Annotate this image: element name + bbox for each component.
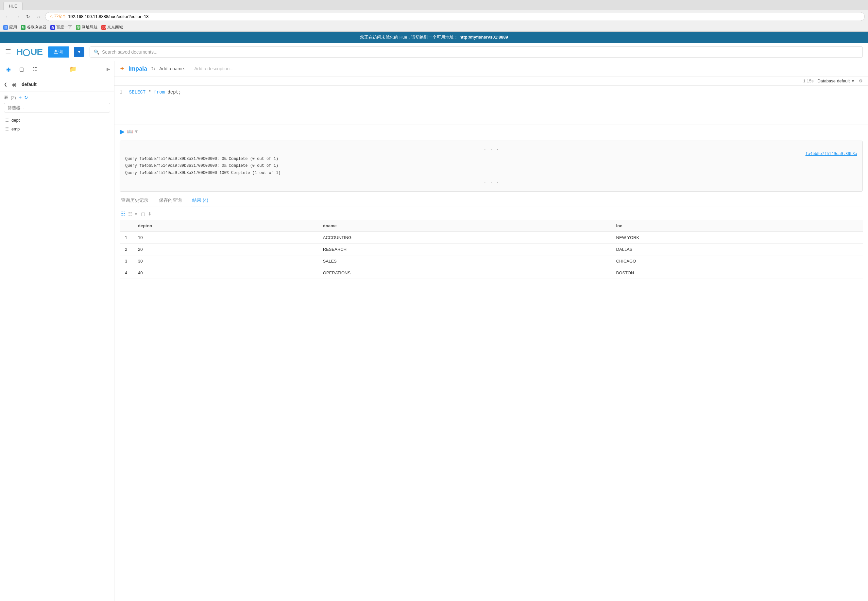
- row-1-loc: NEW YORK: [611, 232, 863, 244]
- editor-engine-title: Impala: [128, 66, 147, 72]
- row-2-deptno: 20: [133, 244, 318, 255]
- address-bar[interactable]: △ 不安全 192.168.100.11:8888/hue/editor?edi…: [45, 12, 865, 21]
- tables-count: (2): [11, 95, 16, 100]
- log-line-1: Query fa4bb5e7f5149ca9:89b3a31700000000:…: [125, 156, 857, 163]
- search-bar[interactable]: 🔍 Search saved documents...: [90, 46, 863, 58]
- sidebar-icon-bar: ◉ ▢ ☷ 📁 ▶: [0, 61, 114, 77]
- add-description-field[interactable]: Add a description...: [194, 66, 233, 71]
- query-log: · · · Query fa4bb5e7f5149ca9:89b3a317000…: [120, 140, 863, 192]
- sidebar-database-icon[interactable]: ◉: [4, 64, 13, 73]
- bookmark-baidu[interactable]: 百 百度一下: [50, 24, 72, 30]
- table-row: 4 40 OPERATIONS BOSTON: [120, 267, 863, 279]
- database-selector-chevron-icon: ▼: [851, 79, 855, 83]
- refresh-tables-button[interactable]: ↻: [24, 95, 28, 100]
- table-item-emp[interactable]: ☷ emp: [4, 125, 110, 133]
- notification-bar: 您正在访问未优化的 Hue，请切换到一个可用地址： http://flyfish…: [0, 32, 868, 43]
- column-header-dname: dname: [318, 220, 611, 232]
- tab-query-history[interactable]: 查询历史记录: [120, 194, 150, 207]
- query-timing: 1.15s: [803, 78, 814, 83]
- bookmark-jd[interactable]: JD 京东商城: [101, 24, 123, 30]
- results-table-header-row: deptno dname loc: [120, 220, 863, 232]
- logo: H UE: [16, 47, 43, 57]
- security-warning-icon: △ 不安全: [49, 14, 66, 19]
- row-1-deptno: 10: [133, 232, 318, 244]
- log-dots-bottom: · · ·: [125, 178, 857, 188]
- notification-text: 您正在访问未优化的 Hue，请切换到一个可用地址：: [360, 35, 458, 40]
- table-item-dept[interactable]: ☷ dept: [4, 116, 110, 125]
- bookmark-chrome[interactable]: G 谷歌浏览器: [21, 24, 46, 30]
- chrome-icon: G: [21, 25, 26, 30]
- bookmark-nav[interactable]: 导 网址导航: [76, 24, 97, 30]
- results-grid-view-icon[interactable]: ☷: [121, 211, 126, 217]
- table-grid-icon-emp: ☷: [5, 127, 9, 131]
- results-chart-view-icon[interactable]: ☷ ▼: [128, 211, 138, 217]
- row-4-loc: BOSTON: [611, 267, 863, 279]
- browser-chrome: HUE ← → ↻ ⌂ △ 不安全 192.168.100.11:8888/hu…: [0, 0, 868, 32]
- row-1-dname: ACCOUNTING: [318, 232, 611, 244]
- database-selector-name: default: [837, 78, 850, 83]
- db-chevron-icon[interactable]: ❮: [4, 82, 7, 87]
- db-icon: ◉: [10, 80, 19, 89]
- database-selector[interactable]: Database default ▼: [817, 78, 855, 83]
- code-editor[interactable]: 1 SELECT * from dept;: [114, 86, 868, 125]
- row-4-deptno: 40: [133, 267, 318, 279]
- sidebar-collapse-button[interactable]: ▶: [107, 66, 110, 72]
- back-button[interactable]: ←: [3, 13, 11, 21]
- row-2-num: 2: [120, 244, 133, 255]
- table-filter-input[interactable]: [4, 103, 110, 113]
- bookmark-jd-label: 京东商城: [107, 24, 123, 30]
- tab-saved-queries[interactable]: 保存的查询: [158, 194, 183, 207]
- browser-tab[interactable]: HUE: [3, 2, 23, 10]
- app-container: 您正在访问未优化的 Hue，请切换到一个可用地址： http://flyfish…: [0, 32, 868, 601]
- sidebar-copy-icon[interactable]: ▢: [17, 64, 26, 73]
- run-query-button[interactable]: ▶: [120, 128, 125, 135]
- bookmark-nav-label: 网址导航: [82, 24, 97, 30]
- search-icon: 🔍: [94, 49, 99, 55]
- query-dropdown-button[interactable]: ▼: [74, 47, 84, 57]
- row-3-dname: SALES: [318, 255, 611, 267]
- home-button[interactable]: ⌂: [35, 13, 43, 21]
- editor-header: ✦ Impala ↻ Add a name... Add a descripti…: [114, 61, 868, 76]
- bookmark-apps-label: 应用: [9, 24, 17, 30]
- reload-button[interactable]: ↻: [24, 13, 32, 21]
- url-text: 192.168.100.11:8888/hue/editor?editor=13: [68, 14, 148, 19]
- settings-icon[interactable]: ⚙: [859, 78, 863, 83]
- row-4-num: 4: [120, 267, 133, 279]
- editor-toolbar: 1.15s Database default ▼ ⚙: [114, 76, 868, 86]
- row-3-loc: CHICAGO: [611, 255, 863, 267]
- results-download-icon[interactable]: ⬇: [148, 211, 152, 217]
- nav-icon: 导: [76, 25, 81, 30]
- tab-bar: HUE: [0, 0, 868, 10]
- database-name[interactable]: default: [21, 82, 37, 87]
- forward-button[interactable]: →: [14, 13, 21, 21]
- editor-actions: ▶ 📖 ▼: [114, 125, 868, 138]
- undo-button[interactable]: ↻: [151, 66, 155, 72]
- add-name-field[interactable]: Add a name...: [159, 66, 188, 71]
- logo-wheel-icon: [23, 49, 30, 56]
- hamburger-menu[interactable]: ☰: [5, 48, 11, 56]
- row-3-deptno: 30: [133, 255, 318, 267]
- sidebar-grid-icon[interactable]: ☷: [30, 64, 39, 73]
- table-name-emp: emp: [11, 127, 20, 131]
- tab-label: HUE: [9, 4, 17, 9]
- logo-h: H: [16, 47, 23, 57]
- query-button[interactable]: 查询: [48, 46, 69, 58]
- sidebar-folder-icon[interactable]: 📁: [69, 66, 76, 73]
- line-number: 1: [120, 90, 122, 95]
- row-4-dname: OPERATIONS: [318, 267, 611, 279]
- app-header: ☰ H UE 查询 ▼ 🔍 Search saved documents...: [0, 43, 868, 61]
- table-grid-icon-dept: ☷: [5, 118, 9, 123]
- tab-results[interactable]: 结果 (4): [191, 194, 210, 207]
- add-table-button[interactable]: +: [19, 95, 21, 101]
- impala-icon: ✦: [120, 65, 125, 72]
- notification-link[interactable]: http://flyfishsrvs01:8889: [459, 35, 508, 40]
- results-table-container: ☷ ☷ ▼ ▢ ⬇ deptno dname loc: [114, 207, 868, 279]
- log-dots-top: · · ·: [125, 145, 857, 154]
- column-header-deptno: deptno: [133, 220, 318, 232]
- bookmark-apps[interactable]: ☷ 应用: [3, 24, 17, 30]
- query-book-icon[interactable]: 📖 ▼: [127, 129, 139, 134]
- browser-nav: ← → ↻ ⌂ △ 不安全 192.168.100.11:8888/hue/ed…: [0, 10, 868, 23]
- results-copy-icon[interactable]: ▢: [141, 211, 145, 217]
- query-id-link[interactable]: fa4bb5e7f5149ca9:89b3a: [806, 151, 857, 158]
- column-header-rownum: [120, 220, 133, 232]
